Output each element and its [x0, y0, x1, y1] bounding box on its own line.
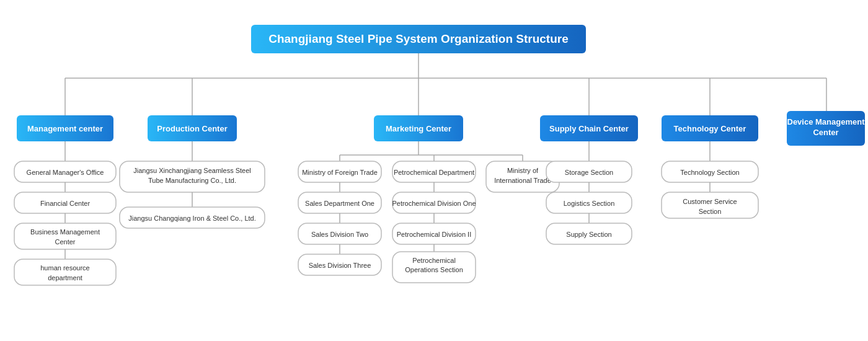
child-storage-label: Storage Section [565, 169, 613, 176]
child-bizman-label2: Center [55, 238, 75, 246]
child-bizman-label1: Business Management [30, 228, 100, 236]
level1-tech-label: Technology Center [674, 124, 746, 133]
child-xinchang-label2: Tube Manufacturing Co., Ltd. [148, 177, 236, 184]
child-general-mgr-label: General Manager's Office [27, 169, 104, 176]
level1-device-label2: Center [813, 128, 838, 137]
child-sales2-label: Sales Division Two [311, 231, 368, 238]
child-sales3-label: Sales Division Three [309, 262, 371, 269]
level1-mgmt-label: Management center [27, 124, 103, 133]
child-supply-label: Supply Section [566, 231, 611, 238]
level1-device-label: Device Management [787, 117, 866, 126]
child-tech-section-label: Technology Section [680, 169, 739, 176]
child-hr-label2: department [48, 274, 82, 281]
org-chart: Changjiang Steel Pipe System Organizatio… [0, 0, 868, 341]
org-svg: Changjiang Steel Pipe System Organizatio… [3, 11, 868, 334]
child-intl-trade-label1: Ministry of [507, 167, 539, 174]
child-petro-div2-label: Petrochemical Division II [397, 231, 471, 238]
child-customer-svc-label1: Customer Service [683, 198, 737, 205]
child-petro-div1-label: Petrochemical Division One [392, 200, 476, 207]
child-hr-label1: human resource [40, 264, 90, 272]
child-intl-trade-label2: International Trade [494, 177, 551, 184]
level1-prod-label: Production Center [157, 124, 227, 133]
child-customer-svc-label2: Section [699, 208, 722, 215]
level1-supply-label: Supply Chain Center [549, 124, 629, 133]
root-title: Changjiang Steel Pipe System Organizatio… [268, 32, 569, 45]
child-changqiang-label: Jiangsu Changqiang Iron & Steel Co., Ltd… [128, 215, 255, 222]
child-xinchang-label1: Jiangsu Xinchangjiang Seamless Steel [133, 167, 251, 174]
child-petro-ops-label1: Petrochemical [412, 257, 456, 264]
child-sales1-label: Sales Department One [305, 200, 374, 207]
child-logistics-label: Logistics Section [564, 200, 615, 207]
child-foreign-trade-label: Ministry of Foreign Trade [302, 169, 378, 176]
child-financial-label: Financial Center [40, 200, 90, 207]
child-petro-ops-label2: Operations Section [405, 266, 463, 273]
child-petro-dept-label: Petrochemical Department [394, 169, 474, 176]
level1-mktg-label: Marketing Center [386, 124, 451, 133]
